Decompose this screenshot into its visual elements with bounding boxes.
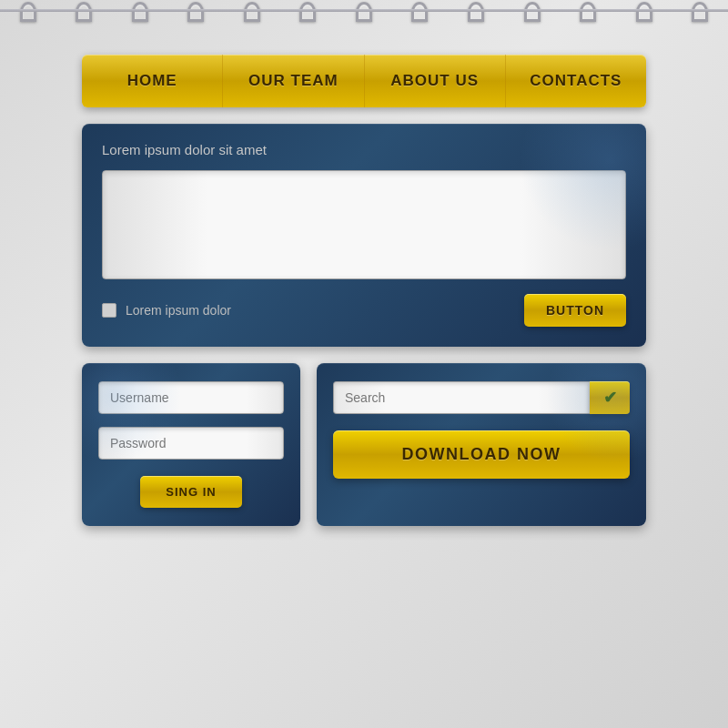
search-row: ✔ — [333, 381, 630, 414]
main-button[interactable]: BUTTON — [524, 294, 626, 327]
right-card: ✔ DOWNLOAD NOW — [317, 363, 646, 526]
bottom-row: SING IN ✔ DOWNLOAD NOW — [82, 363, 646, 526]
ring — [636, 2, 652, 22]
search-button[interactable]: ✔ — [590, 381, 630, 414]
search-input[interactable] — [333, 381, 590, 414]
card-footer: Lorem ipsum dolor BUTTON — [102, 294, 626, 327]
signin-button[interactable]: SING IN — [140, 476, 241, 508]
nav-item-our-team[interactable]: OUR TEAM — [223, 55, 364, 107]
ring — [244, 2, 260, 22]
navbar: HOME OUR TEAM ABOUT US CONTACTS — [82, 55, 646, 107]
ring — [187, 2, 204, 22]
ring — [692, 2, 708, 22]
username-input[interactable] — [98, 381, 284, 414]
checkbox[interactable] — [102, 303, 116, 318]
ring — [524, 2, 541, 22]
nav-item-home[interactable]: HOME — [82, 55, 223, 107]
ring — [132, 2, 148, 22]
nav-label-about-us: ABOUT US — [390, 72, 479, 90]
ring — [299, 2, 316, 22]
nav-item-contacts[interactable]: CONTACTS — [506, 55, 646, 107]
ring — [580, 2, 596, 22]
nav-item-about-us[interactable]: ABOUT US — [365, 55, 506, 107]
signin-button-wrap: SING IN — [98, 476, 284, 508]
download-button[interactable]: DOWNLOAD NOW — [333, 430, 630, 479]
password-input[interactable] — [98, 427, 284, 460]
nav-label-contacts: CONTACTS — [530, 72, 622, 90]
ring — [468, 2, 484, 22]
curtain-rod — [0, 9, 728, 12]
checkbox-row: Lorem ipsum dolor — [102, 303, 231, 318]
checkmark-icon: ✔ — [603, 388, 617, 408]
ring — [356, 2, 372, 22]
login-card: SING IN — [82, 363, 300, 526]
page-wrapper: HOME OUR TEAM ABOUT US CONTACTS Lorem ip… — [82, 55, 646, 526]
ring — [76, 2, 92, 22]
main-card: Lorem ipsum dolor sit amet Lorem ipsum d… — [82, 124, 646, 347]
content-text-area[interactable] — [102, 170, 626, 279]
nav-label-our-team: OUR TEAM — [248, 72, 339, 90]
curtain-rings-bar — [0, 0, 728, 46]
ring — [411, 2, 428, 22]
card-title: Lorem ipsum dolor sit amet — [102, 142, 626, 157]
ring — [20, 2, 36, 22]
checkbox-label: Lorem ipsum dolor — [126, 303, 231, 318]
nav-label-home: HOME — [127, 72, 177, 90]
